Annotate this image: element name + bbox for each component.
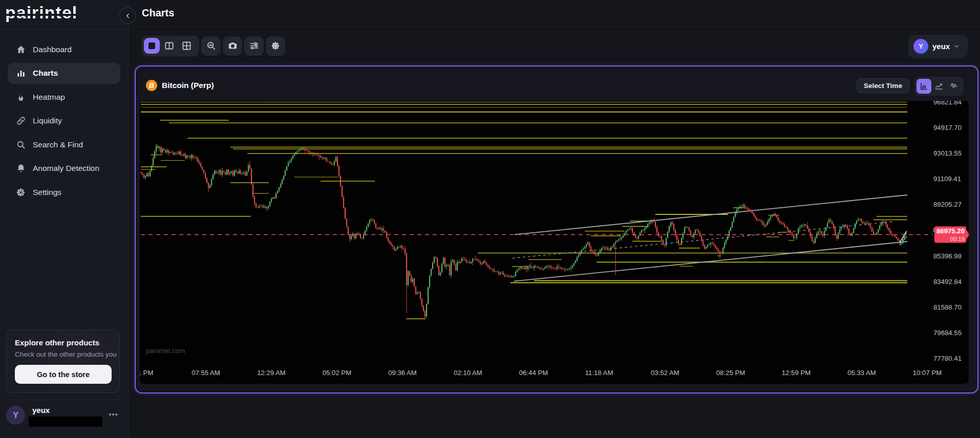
svg-text:08:25 PM: 08:25 PM [716,369,745,377]
svg-text:85396.98: 85396.98 [933,252,962,260]
svg-text:09:36 AM: 09:36 AM [388,369,417,377]
svg-text:00:19: 00:19 [950,236,965,242]
svg-text:93013.55: 93013.55 [933,149,962,157]
svg-text:96821.84: 96821.84 [933,101,962,106]
svg-text:11:18 AM: 11:18 AM [585,369,613,377]
svg-text:86975.20: 86975.20 [936,227,965,235]
svg-text:05:02 PM: 05:02 PM [323,369,351,377]
svg-text:12:29 AM: 12:29 AM [257,369,286,377]
svg-text:05:33 AM: 05:33 AM [847,369,876,377]
svg-text:12:59 PM: 12:59 PM [782,369,811,377]
svg-text:77780.41: 77780.41 [933,355,962,362]
svg-text:07:55 AM: 07:55 AM [191,369,220,377]
svg-text:03:52 AM: 03:52 AM [651,369,679,377]
svg-text:06:44 PM: 06:44 PM [519,369,548,377]
svg-text:pairintel.com: pairintel.com [146,347,185,355]
svg-text:1 PM: 1 PM [140,369,153,377]
svg-text:79684.55: 79684.55 [933,329,962,337]
svg-text:10:07 PM: 10:07 PM [913,369,942,377]
svg-text:89205.27: 89205.27 [933,201,962,208]
svg-text:91109.41: 91109.41 [933,175,961,183]
svg-text:81588.70: 81588.70 [933,303,962,311]
svg-text:02:10 AM: 02:10 AM [454,369,482,377]
svg-text:83492.84: 83492.84 [933,278,962,286]
svg-text:94917.70: 94917.70 [933,124,962,132]
